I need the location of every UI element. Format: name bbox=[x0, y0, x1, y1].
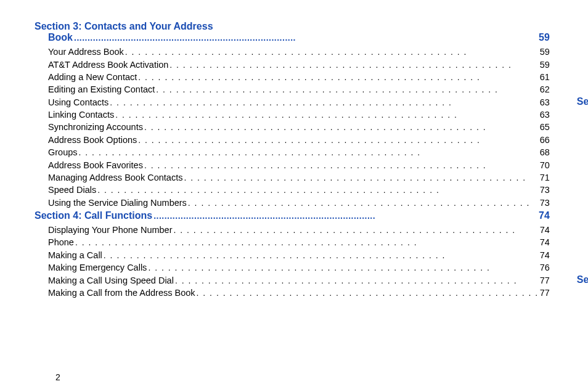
section-heading-row[interactable]: Section 5: Messaging 90 bbox=[577, 96, 588, 107]
entry-label: Editing an Existing Contact bbox=[48, 84, 155, 94]
entry-page: 61 bbox=[540, 72, 550, 82]
entry-page: 66 bbox=[540, 135, 550, 145]
entry-label: Using the Service Dialing Numbers bbox=[48, 198, 187, 208]
section-label: Book bbox=[48, 32, 73, 43]
leader-dots bbox=[144, 160, 539, 170]
entry-label: Linking Contacts bbox=[48, 110, 114, 120]
entry-page: 77 bbox=[540, 276, 550, 285]
leader-dots bbox=[110, 97, 538, 107]
entry-page: 63 bbox=[540, 110, 550, 120]
toc-entry[interactable]: Linking Contacts 63 bbox=[48, 110, 550, 120]
entry-label: Groups bbox=[48, 147, 78, 157]
section-label: Section 6: Multimedia bbox=[577, 274, 588, 285]
entry-page: 74 bbox=[540, 225, 550, 235]
toc-entry[interactable]: Address Book Favorites 70 bbox=[48, 160, 550, 170]
right-column: Answering a Call 78Dialing Options 78Cal… bbox=[577, 20, 588, 362]
toc-entry[interactable]: Managing Address Book Contacts 71 bbox=[48, 173, 550, 182]
entry-label: Address Book Favorites bbox=[48, 160, 143, 170]
section-heading-row[interactable]: Section 6: Multimedia 102 bbox=[577, 274, 588, 285]
entry-label: Phone bbox=[48, 237, 74, 247]
leader-dots bbox=[156, 84, 538, 94]
section-heading-row[interactable]: Section 4: Call Functions 74 bbox=[35, 210, 550, 221]
entry-label: Making a Call bbox=[48, 250, 102, 260]
entry-label: Address Book Options bbox=[48, 135, 137, 145]
entry-page: 73 bbox=[540, 198, 550, 208]
leader-dots bbox=[115, 110, 539, 120]
leader-dots bbox=[138, 72, 538, 82]
leader-dots bbox=[175, 276, 539, 285]
leader-dots bbox=[188, 198, 539, 208]
entry-page: 74 bbox=[540, 250, 550, 260]
toc-entry[interactable]: Phone 74 bbox=[48, 237, 550, 247]
section-page: 59 bbox=[539, 32, 550, 43]
entry-page: 68 bbox=[540, 147, 550, 157]
entry-page: 76 bbox=[540, 263, 550, 272]
leader-dots bbox=[79, 147, 539, 157]
entry-page: 71 bbox=[540, 173, 550, 182]
entry-page: 74 bbox=[540, 237, 550, 247]
entry-label: Managing Address Book Contacts bbox=[48, 173, 182, 182]
toc-entry[interactable]: Address Book Options 66 bbox=[48, 135, 550, 145]
toc-entry[interactable]: Making Emergency Calls 76 bbox=[48, 263, 550, 272]
toc-entry[interactable]: Making a Call from the Address Book 77 bbox=[48, 288, 550, 298]
toc-entry[interactable]: Displaying Your Phone Number 74 bbox=[48, 225, 550, 235]
leader-dots bbox=[144, 122, 539, 132]
toc-entry[interactable]: Making a Call Using Speed Dial 77 bbox=[48, 276, 550, 285]
entry-label: Displaying Your Phone Number bbox=[48, 225, 173, 235]
toc-entry[interactable]: Using Contacts 63 bbox=[48, 97, 550, 107]
leader-dots bbox=[138, 135, 538, 145]
section-heading[interactable]: Section 3: Contacts and Your Address bbox=[35, 21, 550, 32]
entry-page: 73 bbox=[540, 185, 550, 195]
toc-entry[interactable]: AT&T Address Book Activation 59 bbox=[48, 60, 550, 70]
entry-label: Adding a New Contact bbox=[48, 72, 137, 82]
leader-dots bbox=[74, 33, 537, 43]
leader-dots bbox=[148, 263, 538, 272]
section-page: 74 bbox=[539, 210, 550, 221]
entry-page: 59 bbox=[540, 47, 550, 57]
entry-page: 70 bbox=[540, 160, 550, 170]
entry-page: 65 bbox=[540, 122, 550, 132]
entry-page: 59 bbox=[540, 60, 550, 70]
toc-entry[interactable]: Editing an Existing Contact 62 bbox=[48, 84, 550, 94]
entry-label: Speed Dials bbox=[48, 185, 96, 195]
leader-dots bbox=[125, 47, 539, 57]
leader-dots bbox=[169, 60, 538, 70]
entry-label: Making Emergency Calls bbox=[48, 263, 147, 272]
toc-entry[interactable]: Making a Call 74 bbox=[48, 250, 550, 260]
toc-entry[interactable]: Synchronizing Accounts 65 bbox=[48, 122, 550, 132]
entry-page: 63 bbox=[540, 97, 550, 107]
entry-label: Making a Call Using Speed Dial bbox=[48, 276, 174, 285]
toc-columns: Section 3: Contacts and Your AddressBook… bbox=[35, 20, 553, 362]
section-label: Section 5: Messaging bbox=[577, 96, 588, 107]
leader-dots bbox=[104, 250, 539, 260]
section-heading-row[interactable]: Book 59 bbox=[48, 32, 550, 43]
leader-dots bbox=[75, 237, 539, 247]
toc-entry[interactable]: Speed Dials 73 bbox=[48, 185, 550, 195]
entry-page: 62 bbox=[540, 84, 550, 94]
toc-entry[interactable]: Adding a New Contact 61 bbox=[48, 72, 550, 82]
entry-label: Your Address Book bbox=[48, 47, 124, 57]
toc-entry[interactable]: Groups 68 bbox=[48, 147, 550, 157]
toc-entry[interactable]: Your Address Book 59 bbox=[48, 47, 550, 57]
leader-dots bbox=[174, 225, 539, 235]
leader-dots bbox=[153, 211, 537, 221]
entry-page: 77 bbox=[540, 288, 550, 298]
page-number: 2 bbox=[55, 372, 60, 382]
entry-label: Using Contacts bbox=[48, 97, 108, 107]
section-label: Section 4: Call Functions bbox=[35, 210, 152, 221]
leader-dots bbox=[197, 288, 539, 298]
entry-label: Making a Call from the Address Book bbox=[48, 288, 195, 298]
leader-dots bbox=[184, 173, 538, 182]
entry-label: Synchronizing Accounts bbox=[48, 122, 143, 132]
entry-label: AT&T Address Book Activation bbox=[48, 60, 168, 70]
leader-dots bbox=[97, 185, 539, 195]
toc-entry[interactable]: Using the Service Dialing Numbers 73 bbox=[48, 198, 550, 208]
left-column: Section 3: Contacts and Your AddressBook… bbox=[35, 20, 550, 362]
